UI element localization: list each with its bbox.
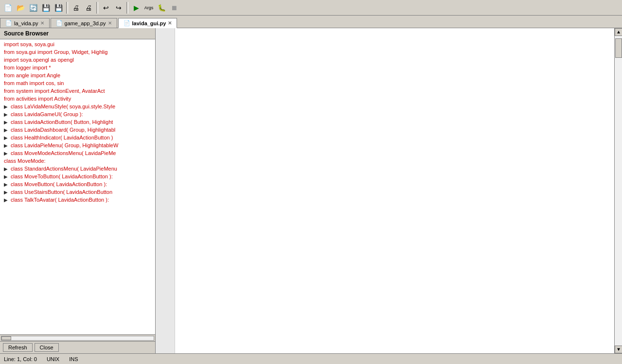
new-button[interactable]: 📄 <box>2 2 14 14</box>
tab-lavida-gui-label: lavida_gui.py <box>132 20 166 26</box>
tab-game-app-icon: 📄 <box>56 20 63 26</box>
sb-item-class4-arrow: ▶ <box>4 127 9 133</box>
tab-la-vida[interactable]: 📄 la_vida.py ✕ <box>0 18 50 28</box>
sb-item-class10-label: class MoveToButton( LavidaActionButton )… <box>11 173 113 179</box>
sb-item-import6[interactable]: from math import cos, sin <box>0 79 155 87</box>
sb-item-class12-arrow: ▶ <box>4 190 9 195</box>
sb-item-import2[interactable]: from soya.gui import Group, Widget, High… <box>0 48 155 56</box>
sb-item-class12[interactable]: ▶ class UseStairsButton( LavidaActionBut… <box>0 188 155 196</box>
close-button[interactable]: Close <box>35 343 59 352</box>
sb-item-import4-label: from logger import * <box>4 65 51 70</box>
sb-item-class6-label: class LavidaPieMenu( Group, Highlightabl… <box>11 142 118 148</box>
sb-item-class4[interactable]: ▶ class LavidaDashboard( Group, Highligh… <box>0 126 155 134</box>
sb-item-class10[interactable]: ▶ class MoveToButton( LavidaActionButton… <box>0 173 155 180</box>
sb-item-import8[interactable]: from activities import Activity <box>0 95 155 103</box>
scroll-down-arrow[interactable]: ▼ <box>615 346 622 353</box>
toolbar: 📄 📂 🔄 💾 💾 🖨 🖨 ↩ ↪ ▶ Args 🐛 ⏹ <box>0 0 622 16</box>
sb-item-class3[interactable]: ▶ class LavidaActionButton( Button, High… <box>0 118 155 126</box>
sb-item-class8[interactable]: class MoveMode: <box>0 157 155 165</box>
tab-game-app-close[interactable]: ✕ <box>108 20 112 26</box>
tab-lavida-gui-close[interactable]: ✕ <box>168 20 172 26</box>
sb-item-class2-arrow: ▶ <box>4 112 9 117</box>
sb-item-class3-arrow: ▶ <box>4 120 9 125</box>
code-content[interactable] <box>175 28 614 353</box>
scroll-up-arrow[interactable]: ▲ <box>615 28 622 36</box>
code-area: ▲ ▼ <box>156 28 622 353</box>
sb-item-class1[interactable]: ▶ class LaVidaMenuStyle( soya.gui.style.… <box>0 103 155 110</box>
tab-la-vida-label: la_vida.py <box>14 20 38 26</box>
tabbar: 📄 la_vida.py ✕ 📄 game_app_3d.py ✕ 📄 lavi… <box>0 16 622 28</box>
refresh-toolbar-button[interactable]: 🔄 <box>27 2 39 14</box>
sb-item-import3[interactable]: import soya.opengl as opengl <box>0 56 155 64</box>
sb-item-class1-arrow: ▶ <box>4 104 9 109</box>
cursor-position: Line: 1, Col: 0 <box>4 356 37 362</box>
sb-item-import7-label: from system import ActionEvent, AvatarAc… <box>4 88 105 94</box>
sb-item-class11-label: class MoveButton( LavidaActionButton ): <box>11 181 107 187</box>
tab-game-app-label: game_app_3d.py <box>65 20 106 26</box>
args-button[interactable]: Args <box>143 2 155 14</box>
encoding: UNIX <box>47 356 59 362</box>
open-button[interactable]: 📂 <box>15 2 26 14</box>
scroll-thumb-v[interactable] <box>615 38 622 58</box>
sb-item-class5-arrow: ▶ <box>4 135 9 140</box>
tab-game-app[interactable]: 📄 game_app_3d.py ✕ <box>51 18 117 28</box>
sb-item-class4-label: class LavidaDashboard( Group, Highlighta… <box>11 127 115 133</box>
sb-item-class7[interactable]: ▶ class MoveModeActionsMenu( LavidaPieMe <box>0 149 155 157</box>
debug-button[interactable]: 🐛 <box>156 2 167 14</box>
redo-button[interactable]: ↪ <box>113 2 124 14</box>
undo-button[interactable]: ↩ <box>100 2 112 14</box>
save-remote-button[interactable]: 💾 <box>40 2 52 14</box>
line-numbers <box>156 28 175 353</box>
separator-1 <box>66 2 68 14</box>
run-button[interactable]: ▶ <box>130 2 142 14</box>
vertical-scrollbar[interactable]: ▲ ▼ <box>614 28 622 353</box>
sb-item-import1-label: import soya, soya.gui <box>4 41 54 47</box>
edit-mode: INS <box>69 356 78 362</box>
source-browser-footer: Refresh Close <box>0 341 155 353</box>
sb-item-class6[interactable]: ▶ class LavidaPieMenu( Group, Highlighta… <box>0 141 155 149</box>
sb-item-import5-label: from angle import Angle <box>4 72 60 78</box>
editor-panel: ▲ ▼ <box>156 28 622 353</box>
sb-item-class1-label: class LaVidaMenuStyle( soya.gui.style.St… <box>11 104 115 109</box>
sb-item-class13-arrow: ▶ <box>4 197 9 203</box>
tab-la-vida-close[interactable]: ✕ <box>40 20 44 26</box>
sb-item-class9-label: class StandardActionsMenu( LavidaPieMenu <box>11 166 117 172</box>
scroll-thumb[interactable] <box>1 336 11 340</box>
sb-item-import6-label: from math import cos, sin <box>4 80 64 86</box>
sb-item-import7[interactable]: from system import ActionEvent, AvatarAc… <box>0 87 155 95</box>
sb-item-class11[interactable]: ▶ class MoveButton( LavidaActionButton )… <box>0 180 155 188</box>
sb-item-class12-label: class UseStairsButton( LavidaActionButto… <box>11 189 112 195</box>
separator-3 <box>126 2 128 14</box>
save-button[interactable]: 💾 <box>53 2 64 14</box>
print2-button[interactable]: 🖨 <box>83 2 94 14</box>
source-browser-title: Source Browser <box>4 30 49 37</box>
scroll-track <box>1 336 154 341</box>
sb-item-class2[interactable]: ▶ class LavidaGameUI( Group ): <box>0 110 155 118</box>
sb-item-class7-arrow: ▶ <box>4 151 9 156</box>
print-button[interactable]: 🖨 <box>70 2 82 14</box>
sb-item-class11-arrow: ▶ <box>4 182 9 187</box>
refresh-button[interactable]: Refresh <box>3 343 33 352</box>
stop-button[interactable]: ⏹ <box>168 2 180 14</box>
tab-lavida-gui[interactable]: 📄 lavida_gui.py ✕ <box>118 18 178 28</box>
sb-item-class8-label: class MoveMode: <box>4 158 46 164</box>
source-browser-content[interactable]: import soya, soya.gui from soya.gui impo… <box>0 39 155 334</box>
sb-item-class10-arrow: ▶ <box>4 174 9 179</box>
sb-item-class9[interactable]: ▶ class StandardActionsMenu( LavidaPieMe… <box>0 165 155 173</box>
sb-item-class7-label: class MoveModeActionsMenu( LavidaPieMe <box>11 150 116 156</box>
sb-item-class2-label: class LavidaGameUI( Group ): <box>11 111 83 117</box>
sb-item-class5-label: class HealthIndicator( LavidaActionButto… <box>11 135 113 140</box>
sb-item-class5[interactable]: ▶ class HealthIndicator( LavidaActionBut… <box>0 134 155 141</box>
horizontal-scrollbar[interactable] <box>0 334 155 341</box>
sb-item-class9-arrow: ▶ <box>4 166 9 172</box>
sb-item-import8-label: from activities import Activity <box>4 96 71 102</box>
sb-item-class3-label: class LavidaActionButton( Button, Highli… <box>11 119 113 125</box>
sb-item-import2-label: from soya.gui import Group, Widget, High… <box>4 49 107 55</box>
sb-item-import1[interactable]: import soya, soya.gui <box>0 40 155 48</box>
scroll-area[interactable] <box>615 36 622 346</box>
sb-item-import4[interactable]: from logger import * <box>0 64 155 71</box>
main-area: Source Browser import soya, soya.gui fro… <box>0 28 622 353</box>
sb-item-import5[interactable]: from angle import Angle <box>0 71 155 79</box>
sb-item-class13[interactable]: ▶ class TalkToAvatar( LavidaActionButton… <box>0 196 155 204</box>
sb-item-class6-arrow: ▶ <box>4 143 9 148</box>
